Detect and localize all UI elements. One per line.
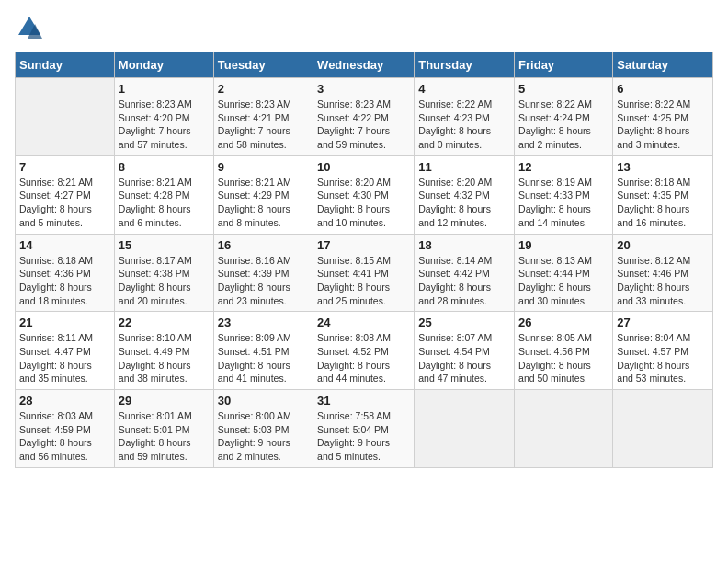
calendar-cell: 14Sunrise: 8:18 AM Sunset: 4:36 PM Dayli… (16, 234, 115, 312)
calendar-cell (515, 390, 613, 468)
day-info: Sunrise: 8:10 AM Sunset: 4:49 PM Dayligh… (119, 331, 210, 385)
calendar-cell: 17Sunrise: 8:15 AM Sunset: 4:41 PM Dayli… (313, 234, 415, 312)
calendar-cell: 9Sunrise: 8:21 AM Sunset: 4:29 PM Daylig… (213, 155, 313, 234)
day-number: 3 (317, 82, 410, 96)
calendar-cell: 23Sunrise: 8:09 AM Sunset: 4:51 PM Dayli… (213, 312, 313, 390)
day-number: 10 (317, 160, 410, 174)
day-number: 13 (617, 160, 709, 174)
day-info: Sunrise: 8:01 AM Sunset: 5:01 PM Dayligh… (119, 409, 210, 464)
day-info: Sunrise: 8:14 AM Sunset: 4:42 PM Dayligh… (418, 254, 510, 308)
day-number: 18 (418, 238, 510, 252)
day-info: Sunrise: 8:03 AM Sunset: 4:59 PM Dayligh… (19, 409, 110, 464)
day-number: 26 (518, 316, 609, 329)
day-number: 27 (617, 316, 709, 329)
day-number: 15 (119, 238, 210, 252)
page-header (15, 15, 713, 40)
day-of-week-header: Sunday (16, 52, 115, 78)
calendar-cell: 2Sunrise: 8:23 AM Sunset: 4:21 PM Daylig… (213, 78, 313, 156)
calendar-cell: 5Sunrise: 8:22 AM Sunset: 4:24 PM Daylig… (515, 78, 613, 156)
logo (15, 15, 42, 40)
day-info: Sunrise: 8:15 AM Sunset: 4:41 PM Dayligh… (317, 254, 410, 308)
day-number: 2 (218, 82, 309, 96)
day-info: Sunrise: 8:22 AM Sunset: 4:23 PM Dayligh… (418, 98, 510, 152)
day-number: 9 (218, 160, 309, 174)
day-info: Sunrise: 8:13 AM Sunset: 4:44 PM Dayligh… (518, 254, 609, 308)
day-info: Sunrise: 8:04 AM Sunset: 4:57 PM Dayligh… (617, 331, 709, 385)
day-number: 4 (418, 82, 510, 96)
day-of-week-header: Tuesday (213, 52, 313, 78)
calendar-cell (16, 78, 115, 156)
calendar-cell: 22Sunrise: 8:10 AM Sunset: 4:49 PM Dayli… (114, 312, 213, 390)
day-of-week-header: Friday (515, 52, 613, 78)
day-number: 1 (119, 82, 210, 96)
calendar-cell: 27Sunrise: 8:04 AM Sunset: 4:57 PM Dayli… (613, 312, 713, 390)
calendar-cell: 12Sunrise: 8:19 AM Sunset: 4:33 PM Dayli… (515, 155, 613, 234)
day-number: 23 (218, 316, 309, 329)
calendar-week-row: 28Sunrise: 8:03 AM Sunset: 4:59 PM Dayli… (16, 390, 713, 468)
calendar-cell: 4Sunrise: 8:22 AM Sunset: 4:23 PM Daylig… (415, 78, 515, 156)
day-info: Sunrise: 8:20 AM Sunset: 4:30 PM Dayligh… (317, 176, 410, 230)
day-number: 14 (19, 238, 110, 252)
day-info: Sunrise: 7:58 AM Sunset: 5:04 PM Dayligh… (317, 409, 410, 464)
day-info: Sunrise: 8:20 AM Sunset: 4:32 PM Dayligh… (418, 176, 510, 230)
calendar-week-row: 7Sunrise: 8:21 AM Sunset: 4:27 PM Daylig… (16, 155, 713, 234)
calendar-cell: 13Sunrise: 8:18 AM Sunset: 4:35 PM Dayli… (613, 155, 713, 234)
calendar-cell (613, 390, 713, 468)
calendar-cell: 31Sunrise: 7:58 AM Sunset: 5:04 PM Dayli… (313, 390, 415, 468)
day-of-week-header: Monday (114, 52, 213, 78)
day-number: 20 (617, 238, 709, 252)
calendar-table: SundayMondayTuesdayWednesdayThursdayFrid… (15, 52, 713, 468)
calendar-cell: 30Sunrise: 8:00 AM Sunset: 5:03 PM Dayli… (213, 390, 313, 468)
day-number: 5 (518, 82, 609, 96)
calendar-cell: 28Sunrise: 8:03 AM Sunset: 4:59 PM Dayli… (16, 390, 115, 468)
calendar-cell: 21Sunrise: 8:11 AM Sunset: 4:47 PM Dayli… (16, 312, 115, 390)
calendar-week-row: 14Sunrise: 8:18 AM Sunset: 4:36 PM Dayli… (16, 234, 713, 312)
calendar-cell: 20Sunrise: 8:12 AM Sunset: 4:46 PM Dayli… (613, 234, 713, 312)
calendar-cell: 24Sunrise: 8:08 AM Sunset: 4:52 PM Dayli… (313, 312, 415, 390)
day-number: 24 (317, 316, 410, 329)
calendar-cell: 29Sunrise: 8:01 AM Sunset: 5:01 PM Dayli… (114, 390, 213, 468)
calendar-cell: 7Sunrise: 8:21 AM Sunset: 4:27 PM Daylig… (16, 155, 115, 234)
day-info: Sunrise: 8:09 AM Sunset: 4:51 PM Dayligh… (218, 331, 309, 385)
calendar-cell: 15Sunrise: 8:17 AM Sunset: 4:38 PM Dayli… (114, 234, 213, 312)
day-of-week-header: Wednesday (313, 52, 415, 78)
calendar-cell: 16Sunrise: 8:16 AM Sunset: 4:39 PM Dayli… (213, 234, 313, 312)
day-number: 11 (418, 160, 510, 174)
calendar-week-row: 1Sunrise: 8:23 AM Sunset: 4:20 PM Daylig… (16, 78, 713, 156)
day-number: 12 (518, 160, 609, 174)
calendar-cell: 25Sunrise: 8:07 AM Sunset: 4:54 PM Dayli… (415, 312, 515, 390)
day-info: Sunrise: 8:23 AM Sunset: 4:22 PM Dayligh… (317, 98, 410, 152)
day-info: Sunrise: 8:21 AM Sunset: 4:28 PM Dayligh… (119, 176, 210, 230)
day-number: 30 (218, 394, 309, 408)
day-of-week-header: Thursday (415, 52, 515, 78)
day-number: 19 (518, 238, 609, 252)
day-info: Sunrise: 8:21 AM Sunset: 4:27 PM Dayligh… (19, 176, 110, 230)
day-info: Sunrise: 8:11 AM Sunset: 4:47 PM Dayligh… (19, 331, 110, 385)
day-number: 6 (617, 82, 709, 96)
calendar-cell: 11Sunrise: 8:20 AM Sunset: 4:32 PM Dayli… (415, 155, 515, 234)
calendar-cell: 6Sunrise: 8:22 AM Sunset: 4:25 PM Daylig… (613, 78, 713, 156)
day-info: Sunrise: 8:00 AM Sunset: 5:03 PM Dayligh… (218, 409, 309, 464)
day-info: Sunrise: 8:05 AM Sunset: 4:56 PM Dayligh… (518, 331, 609, 385)
day-number: 17 (317, 238, 410, 252)
calendar-cell: 8Sunrise: 8:21 AM Sunset: 4:28 PM Daylig… (114, 155, 213, 234)
day-info: Sunrise: 8:12 AM Sunset: 4:46 PM Dayligh… (617, 254, 709, 308)
day-number: 16 (218, 238, 309, 252)
calendar-cell: 10Sunrise: 8:20 AM Sunset: 4:30 PM Dayli… (313, 155, 415, 234)
day-info: Sunrise: 8:23 AM Sunset: 4:20 PM Dayligh… (119, 98, 210, 152)
day-info: Sunrise: 8:19 AM Sunset: 4:33 PM Dayligh… (518, 176, 609, 230)
day-number: 29 (119, 394, 210, 408)
day-number: 28 (19, 394, 110, 408)
day-number: 22 (119, 316, 210, 329)
calendar-cell (415, 390, 515, 468)
logo-icon (17, 15, 42, 40)
day-number: 31 (317, 394, 410, 408)
day-info: Sunrise: 8:08 AM Sunset: 4:52 PM Dayligh… (317, 331, 410, 385)
day-info: Sunrise: 8:21 AM Sunset: 4:29 PM Dayligh… (218, 176, 309, 230)
day-info: Sunrise: 8:22 AM Sunset: 4:25 PM Dayligh… (617, 98, 709, 152)
calendar-week-row: 21Sunrise: 8:11 AM Sunset: 4:47 PM Dayli… (16, 312, 713, 390)
calendar-cell: 1Sunrise: 8:23 AM Sunset: 4:20 PM Daylig… (114, 78, 213, 156)
day-number: 21 (19, 316, 110, 329)
day-info: Sunrise: 8:18 AM Sunset: 4:36 PM Dayligh… (19, 254, 110, 308)
day-number: 8 (119, 160, 210, 174)
